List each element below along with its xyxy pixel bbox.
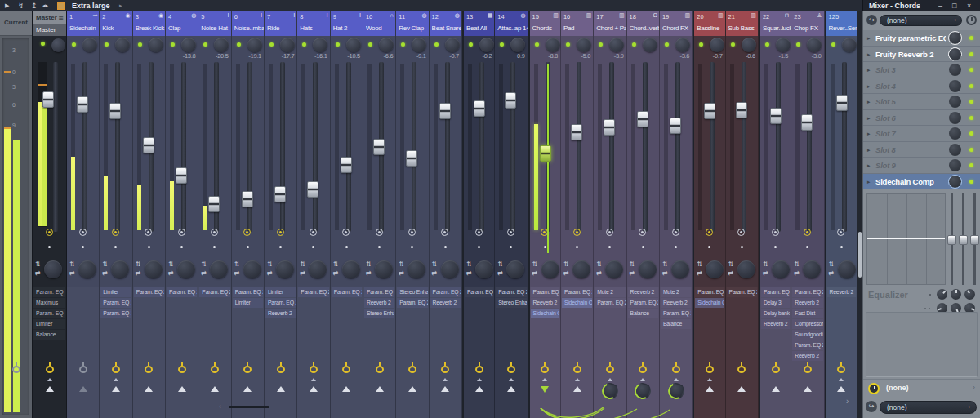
route-arrow-small-icon[interactable] — [542, 378, 547, 381]
mixer-zoom-label[interactable]: Extra large — [72, 0, 110, 11]
volume-fader-track[interactable] — [742, 62, 746, 232]
volume-fader-handle[interactable] — [176, 167, 187, 184]
record-arm-button[interactable] — [475, 229, 483, 236]
mute-led[interactable] — [469, 42, 473, 47]
route-arrow-icon[interactable] — [310, 386, 318, 392]
pan-updown-icon[interactable]: ⇅ — [497, 261, 503, 268]
mixer-track-20[interactable]: 20▥Bassline-0.7⇅⇄Param. EQ 2Sidechain Co… — [693, 11, 725, 418]
mute-led[interactable] — [765, 42, 769, 47]
pan-leftright-icon[interactable]: ⇄ — [763, 270, 768, 277]
volume-fader-track[interactable] — [510, 62, 515, 232]
stereo-separation-knob[interactable] — [510, 38, 525, 52]
pan-updown-icon[interactable]: ⇅ — [532, 261, 538, 268]
pan-updown-icon[interactable]: ⇅ — [630, 261, 635, 268]
mute-led[interactable] — [731, 42, 735, 47]
preset-picker-icon[interactable]: ↪ — [866, 15, 877, 25]
close-button[interactable]: × — [967, 0, 971, 11]
record-arm-button[interactable] — [211, 229, 218, 236]
mixer-track-7[interactable]: 7ⅠRide-17.7⇅⇄LimiterParam. EQ 2Reeverb 2 — [265, 11, 297, 418]
volume-fader-handle[interactable] — [406, 150, 417, 167]
volume-fader-handle[interactable] — [637, 111, 648, 127]
track-header[interactable]: 17▥Chord + Pad — [594, 11, 626, 36]
equalizer-graph[interactable] — [866, 193, 946, 285]
volume-fader-handle[interactable] — [540, 145, 551, 162]
mixer-track-3[interactable]: 3◉Break Kick⇅⇄Param. EQ 2 — [133, 11, 166, 418]
pan-leftright-icon[interactable]: ⇄ — [432, 270, 438, 277]
route-arrow-icon[interactable] — [837, 386, 845, 392]
effect-slot-label[interactable]: Reeverb 2 — [792, 298, 822, 308]
mixer-track-5[interactable]: 5ⅠNoise Hat-20.5⇅⇄Param. EQ 2 — [198, 11, 231, 418]
record-arm-button[interactable] — [376, 229, 383, 236]
slot-enable-led[interactable] — [969, 84, 973, 88]
mixer-track-18[interactable]: 18ΩChord..verb⇅⇄Reeverb 2Param. EQ 2Bala… — [627, 11, 660, 418]
effect-slot-label[interactable]: Param. EQ 2 — [430, 287, 461, 297]
slot-arrow-icon[interactable]: ▸ — [867, 81, 871, 92]
slot-enable-led[interactable] — [969, 52, 973, 56]
mute-led[interactable] — [336, 42, 340, 47]
slot-mix-knob[interactable] — [949, 48, 961, 60]
stereo-separation-knob[interactable] — [609, 38, 624, 52]
slot-arrow-icon[interactable]: ▸ — [867, 160, 871, 171]
pan-knob[interactable] — [375, 260, 393, 278]
effect-slot-label[interactable]: Param. EQ 2 — [100, 298, 131, 308]
audio-output-icon[interactable] — [310, 366, 318, 373]
volume-fader-handle[interactable] — [801, 114, 813, 131]
track-header[interactable]: 10∩Wood — [363, 11, 395, 36]
volume-fader-track[interactable] — [313, 62, 318, 232]
pan-updown-icon[interactable]: ⇅ — [662, 261, 668, 268]
stereo-separation-knob[interactable] — [742, 38, 756, 52]
stereo-separation-knob[interactable] — [710, 38, 724, 52]
audio-output-icon[interactable] — [376, 366, 384, 373]
mixer-track-21[interactable]: 21▥Sub Bass-0.6⇅⇄Param. EQ 2 — [726, 11, 759, 418]
stereo-separation-knob[interactable] — [379, 38, 394, 52]
pan-leftright-icon[interactable]: ⇄ — [201, 270, 207, 277]
mute-led[interactable] — [270, 42, 274, 47]
route-arrow-icon[interactable] — [804, 386, 812, 392]
route-arrow-small-icon[interactable] — [311, 378, 316, 381]
route-arrow-icon[interactable] — [243, 386, 252, 392]
pan-leftright-icon[interactable]: ⇄ — [136, 270, 141, 277]
mixer-track-12[interactable]: 12◍Beat Snare-0.7⇅⇄Param. EQ 2Reeverb 2 — [430, 11, 462, 418]
fx-slot-5[interactable]: ▸Slot 5 — [863, 94, 980, 110]
pan-updown-icon[interactable]: ⇅ — [366, 261, 372, 268]
record-arm-button[interactable] — [79, 229, 87, 236]
pan-knob[interactable] — [441, 260, 459, 278]
volume-fader-track[interactable] — [445, 62, 450, 232]
effect-slot-label[interactable]: Param. EQ 2 — [628, 298, 658, 308]
stereo-separation-knob[interactable] — [546, 38, 560, 52]
mixer-track-125[interactable]: 125Rever..Send⇅⇄Reeverb 2 — [825, 11, 858, 418]
track-header[interactable]: 20▥Bassline — [694, 11, 724, 36]
pan-leftright-icon[interactable]: ⇄ — [168, 270, 174, 277]
volume-fader-handle[interactable] — [571, 124, 582, 140]
record-arm-button[interactable] — [277, 229, 284, 236]
effect-slot-label[interactable]: Stereo Enhancer — [364, 309, 394, 318]
mute-led[interactable] — [566, 42, 570, 47]
master-strip-header[interactable]: Master≣ — [33, 11, 66, 24]
effect-slot-label[interactable]: Param. EQ 2 — [562, 287, 592, 297]
pan-leftright-icon[interactable]: ⇄ — [466, 270, 472, 277]
pan-knob[interactable] — [309, 260, 327, 278]
volume-fader-handle[interactable] — [274, 186, 286, 202]
pan-updown-icon[interactable]: ⇅ — [234, 261, 240, 268]
pan-leftright-icon[interactable]: ⇄ — [662, 270, 668, 277]
slot-mix-knob[interactable] — [949, 96, 961, 108]
export-icon[interactable]: ↥ — [31, 0, 38, 11]
volume-fader-handle[interactable] — [208, 196, 220, 212]
track-header[interactable]: 15▥Chords — [530, 11, 560, 36]
route-arrow-icon[interactable] — [772, 386, 780, 392]
stereo-separation-knob[interactable] — [313, 38, 327, 52]
pan-updown-icon[interactable]: ⇅ — [136, 261, 141, 268]
pan-knob[interactable] — [276, 260, 294, 278]
current-track-strip[interactable]: Current 30369 — [0, 11, 33, 418]
track-header[interactable]: 2◉Kick — [100, 11, 131, 36]
effect-slot-label[interactable]: Stereo Enhancer — [496, 298, 526, 308]
mixer-horizontal-scrollbar[interactable]: ‹ — [219, 402, 287, 411]
mixer-track-22[interactable]: 22⊓Squar..luck-1.5⇅⇄Param. EQ 2Delay 3De… — [759, 11, 791, 418]
mute-led[interactable] — [500, 42, 504, 47]
pan-knob[interactable] — [605, 260, 623, 278]
record-arm-button[interactable] — [772, 229, 779, 236]
effect-slot-label[interactable]: Reeverb 2 — [265, 309, 296, 318]
effect-slot-label[interactable]: Param. EQ 2 — [364, 287, 394, 297]
audio-output-icon[interactable] — [211, 366, 219, 373]
slot-enable-led[interactable] — [969, 68, 973, 72]
